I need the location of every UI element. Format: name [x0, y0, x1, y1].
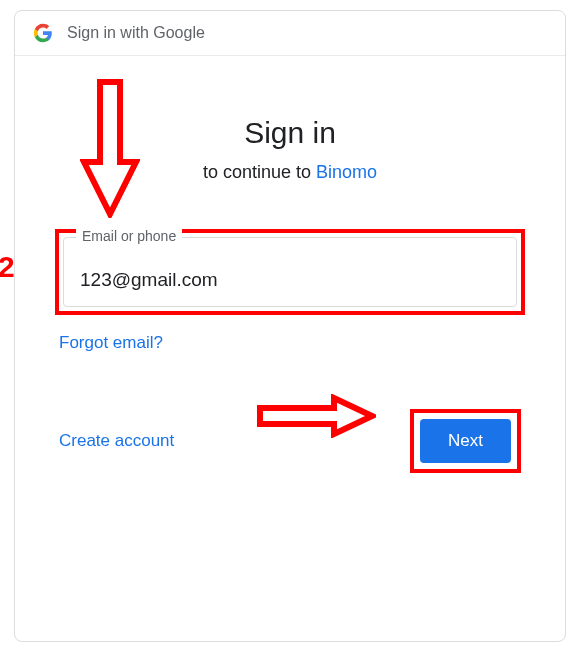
- google-logo-icon: [33, 23, 53, 43]
- annotation-step-number: 2: [0, 250, 15, 284]
- card-content: Sign in to continue to Binomo Email or p…: [15, 56, 565, 473]
- create-account-link[interactable]: Create account: [59, 431, 174, 451]
- annotation-email-highlight: Email or phone: [55, 229, 525, 315]
- app-name-link[interactable]: Binomo: [316, 162, 377, 182]
- annotation-next-highlight: Next: [410, 409, 521, 473]
- subtitle-prefix: to continue to: [203, 162, 316, 182]
- forgot-email-link[interactable]: Forgot email?: [59, 333, 525, 353]
- email-field-container: Email or phone: [63, 237, 517, 307]
- subtitle: to continue to Binomo: [55, 162, 525, 183]
- page-title: Sign in: [55, 116, 525, 150]
- header-title: Sign in with Google: [67, 24, 205, 42]
- next-button[interactable]: Next: [420, 419, 511, 463]
- signin-card: Sign in with Google Sign in to continue …: [14, 10, 566, 642]
- email-field-label: Email or phone: [76, 228, 182, 244]
- email-input[interactable]: [64, 238, 516, 306]
- card-header: Sign in with Google: [15, 11, 565, 56]
- actions-row: Create account Next: [55, 409, 525, 473]
